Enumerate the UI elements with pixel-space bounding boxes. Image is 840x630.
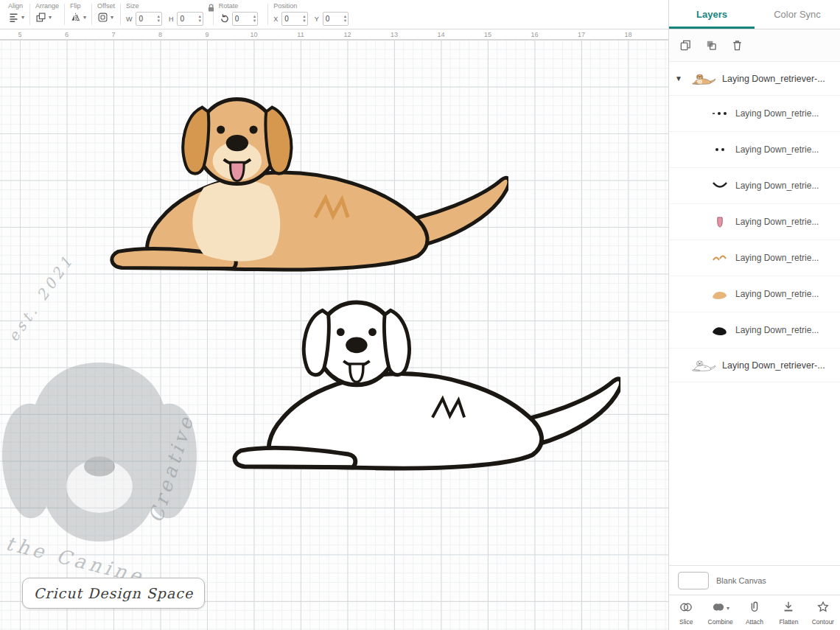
flatten-icon: [782, 601, 795, 617]
offset-icon: [97, 12, 108, 23]
flip-control[interactable]: Flip ▾: [65, 0, 91, 29]
y-stepper[interactable]: ▲▼: [343, 15, 347, 24]
design-canvas[interactable]: est. 2021 the Canine Creative Cricut Des…: [0, 40, 668, 630]
arrange-icon: [35, 12, 46, 23]
align-label: Align: [8, 2, 24, 10]
flatten-label: Flatten: [779, 618, 798, 626]
flatten-button[interactable]: Flatten: [771, 595, 805, 630]
rotate-label: Rotate: [219, 2, 262, 10]
canvas-color-swatch[interactable]: [678, 572, 709, 589]
size-label: Size: [126, 2, 208, 10]
layer-thumbnail: [710, 251, 729, 265]
size-control: Size W ▲▼ H ▲▼: [121, 0, 213, 29]
tab-color-sync[interactable]: Color Sync: [755, 0, 840, 29]
height-label: H: [169, 15, 174, 23]
blank-canvas-row[interactable]: Blank Canvas: [669, 565, 840, 595]
ruler-tick: 11: [277, 29, 324, 40]
y-input[interactable]: [326, 15, 343, 23]
rotate-stepper[interactable]: ▲▼: [253, 15, 256, 24]
layer-thumbnail: [710, 287, 729, 301]
width-input[interactable]: [139, 15, 156, 23]
layer-label: Laying Down_retrie...: [735, 253, 819, 263]
ruler-tick: 5: [0, 29, 43, 40]
layer-item[interactable]: Laying Down_retrie...: [669, 168, 840, 204]
watermark-est-text: est. 2021: [4, 251, 77, 344]
layer-thumbnail: [710, 214, 729, 229]
ruler-tick: 15: [464, 29, 511, 40]
chevron-down-icon[interactable]: ▼: [675, 74, 684, 83]
layer-item[interactable]: Laying Down_retrie...: [669, 204, 840, 240]
combine-button[interactable]: ▾ Combine: [703, 595, 737, 630]
layer-thumbnail: [710, 178, 729, 193]
layer-item[interactable]: Laying Down_retrie...: [669, 240, 840, 276]
ruler-tick: 10: [231, 29, 278, 40]
design-object-dog-outline[interactable]: [195, 280, 626, 475]
ruler-tick: 12: [324, 29, 371, 40]
x-input[interactable]: [284, 15, 302, 23]
layer-item[interactable]: Laying Down_retrie...: [669, 276, 840, 312]
blank-canvas-label: Blank Canvas: [716, 576, 766, 585]
layer-item[interactable]: Laying Down_retrie...: [669, 96, 840, 132]
ruler-tick: 14: [418, 29, 465, 40]
ruler-tick: 18: [605, 29, 652, 40]
canvas-area: 5 6 7 8 9 10 11 12 13 14 15 16 17 18: [0, 29, 668, 630]
x-stepper[interactable]: ▲▼: [302, 15, 306, 24]
layer-item[interactable]: Laying Down_retrie...: [669, 132, 840, 168]
attach-icon: [748, 601, 761, 617]
slice-button[interactable]: Slice: [669, 595, 703, 630]
tab-layers-label: Layers: [696, 9, 727, 20]
y-field[interactable]: ▲▼: [323, 12, 349, 26]
slice-label: Slice: [679, 618, 693, 626]
layer-actions-bar: Slice ▾ Combine Attach Flatten Contour: [669, 595, 840, 630]
width-label: W: [126, 15, 133, 23]
layer-label: Laying Down_retrie...: [735, 181, 819, 191]
rotate-input[interactable]: [235, 15, 253, 23]
chevron-down-icon: ▾: [727, 606, 729, 612]
watermark-logo-box: Cricut Design Space: [22, 578, 205, 609]
attach-button[interactable]: Attach: [738, 595, 771, 630]
width-stepper[interactable]: ▲▼: [156, 15, 160, 24]
layer-thumbnail: [710, 142, 729, 157]
rotate-field[interactable]: ▲▼: [232, 12, 258, 26]
contour-button[interactable]: Contour: [806, 595, 840, 630]
align-icon: [8, 12, 19, 23]
ruler-tick: 7: [90, 29, 137, 40]
layer-group-1[interactable]: ▼ Laying Down_retriever-...: [669, 62, 840, 96]
duplicate-icon[interactable]: [679, 39, 692, 52]
layer-group-label: Laying Down_retriever-...: [722, 360, 825, 371]
x-label: X: [273, 15, 278, 23]
combine-icon: [711, 601, 726, 617]
height-field[interactable]: ▲▼: [177, 12, 203, 26]
rotate-icon[interactable]: [219, 13, 230, 24]
panel-tabs: Layers Color Sync: [668, 0, 840, 29]
copy-icon[interactable]: [705, 39, 718, 52]
align-control[interactable]: Align ▾: [3, 0, 29, 29]
rotate-control: Rotate ▲▼: [214, 0, 267, 29]
app-window: Align ▾ Arrange ▾ Flip ▾: [0, 0, 840, 630]
layer-item[interactable]: Laying Down_retrie...: [669, 312, 840, 349]
layer-thumbnail: [710, 323, 729, 337]
tab-layers[interactable]: Layers: [669, 0, 755, 29]
layer-label: Laying Down_retrie...: [735, 144, 819, 155]
layer-thumbnail: [690, 69, 716, 88]
trash-icon[interactable]: [731, 39, 743, 52]
layer-thumbnail: [690, 356, 716, 375]
flip-label: Flip: [70, 2, 86, 10]
layer-group-2[interactable]: Laying Down_retriever-...: [669, 349, 840, 382]
layer-label: Laying Down_retrie...: [735, 108, 819, 119]
width-field[interactable]: ▲▼: [136, 12, 161, 26]
watermark-logo-text: Cricut Design Space: [34, 585, 193, 601]
height-stepper[interactable]: ▲▼: [197, 15, 201, 24]
offset-control[interactable]: Offset ▾: [92, 0, 120, 29]
height-input[interactable]: [180, 15, 197, 23]
arrange-control[interactable]: Arrange ▾: [30, 0, 64, 29]
layer-label: Laying Down_retrie...: [735, 217, 819, 227]
ruler-tick: 16: [511, 29, 559, 40]
flip-icon: [70, 12, 81, 23]
x-field[interactable]: ▲▼: [281, 12, 307, 26]
object-edit-toolbar: Align ▾ Arrange ▾ Flip ▾: [0, 0, 668, 29]
tab-color-sync-label: Color Sync: [774, 9, 821, 20]
chevron-down-icon: ▾: [21, 15, 24, 21]
position-control: Position X ▲▼ Y ▲▼: [268, 0, 358, 29]
design-object-dog-colored[interactable]: [77, 75, 508, 278]
